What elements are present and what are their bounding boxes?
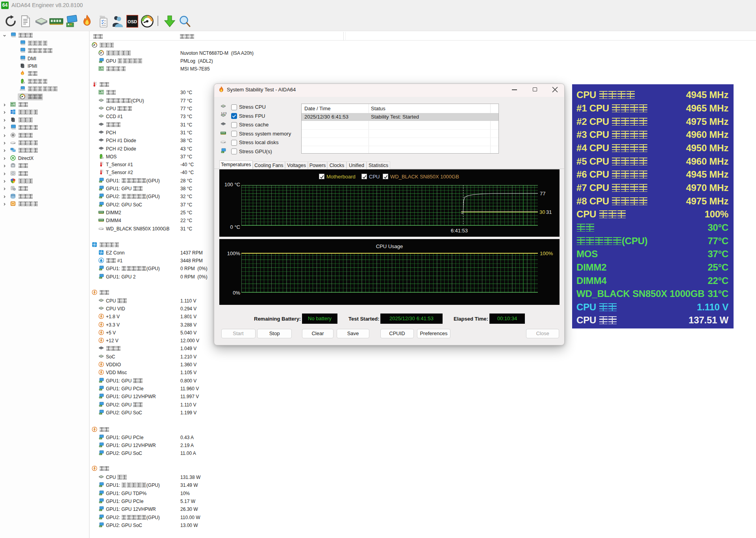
svg-text:OSD: OSD [128,19,137,24]
